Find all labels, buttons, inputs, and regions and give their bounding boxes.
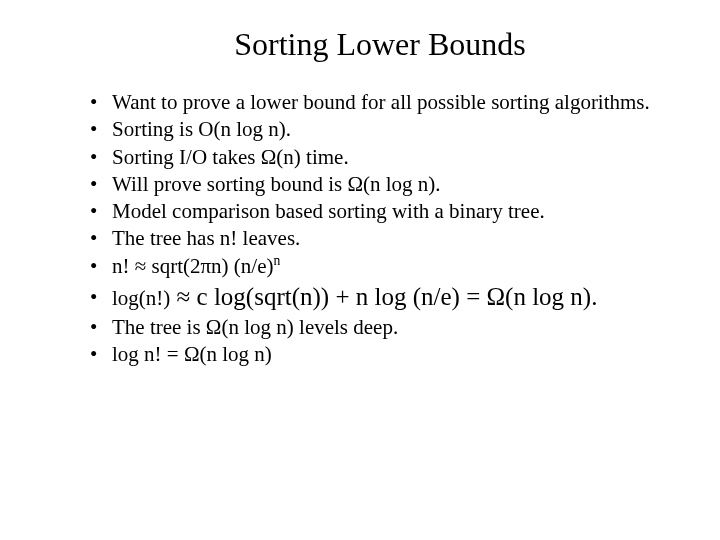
bullet-text: The tree is Ω(n log n) levels deep. [112,315,398,339]
page-title: Sorting Lower Bounds [120,26,640,63]
bullet-text: Will prove sorting bound is Ω(n log n). [112,172,441,196]
bullet-text: Sorting is O(n log n). [112,117,291,141]
bullet-text: n! ≈ sqrt(2πn) (n/e) [112,254,274,278]
list-item: Will prove sorting bound is Ω(n log n). [90,171,680,197]
list-item: Want to prove a lower bound for all poss… [90,89,680,115]
list-item-emphasized: log(n!) ≈ c log(sqrt(n)) + n log (n/e) =… [90,281,680,312]
bullet-text: log n! = Ω(n log n) [112,342,272,366]
bullet-text: Model comparison based sorting with a bi… [112,199,545,223]
bullet-list: Want to prove a lower bound for all poss… [40,89,680,368]
list-item: n! ≈ sqrt(2πn) (n/e)n [90,253,680,279]
list-item: Sorting is O(n log n). [90,116,680,142]
list-item: log n! = Ω(n log n) [90,341,680,367]
bullet-text: Sorting I/O takes Ω(n) time. [112,145,349,169]
list-item: The tree has n! leaves. [90,225,680,251]
list-item: The tree is Ω(n log n) levels deep. [90,314,680,340]
bullet-text: Want to prove a lower bound for all poss… [112,90,650,114]
bullet-text: The tree has n! leaves. [112,226,300,250]
slide: Sorting Lower Bounds Want to prove a low… [0,0,720,540]
list-item: Sorting I/O takes Ω(n) time. [90,144,680,170]
superscript: n [274,253,281,268]
bullet-text-rest: ≈ c log(sqrt(n)) + n log (n/e) = Ω(n log… [170,283,597,310]
bullet-text-prefix: log(n!) [112,286,170,310]
list-item: Model comparison based sorting with a bi… [90,198,680,224]
